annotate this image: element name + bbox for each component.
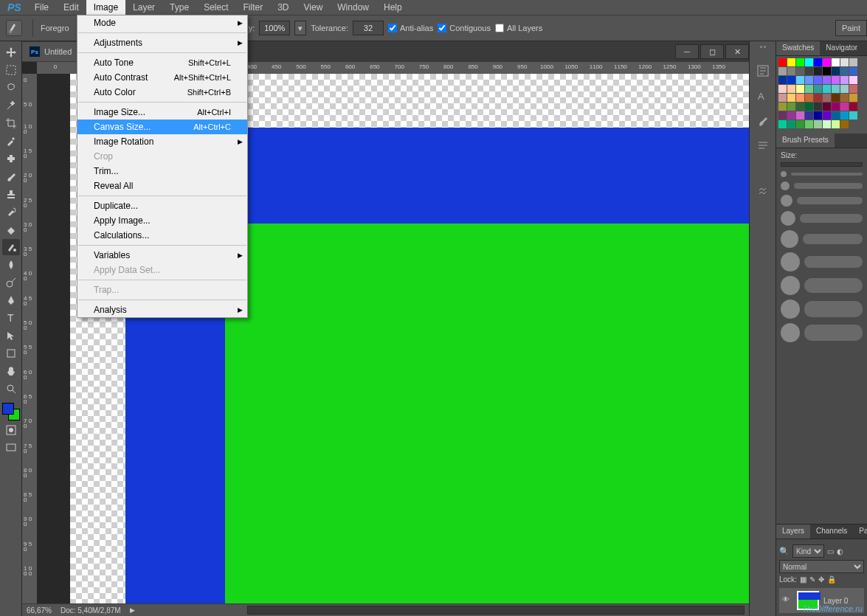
swatch-color[interactable] [840, 94, 849, 102]
swatch-color[interactable] [832, 94, 840, 102]
swatch-color[interactable] [840, 67, 849, 75]
lasso-tool-icon[interactable] [2, 80, 20, 96]
swatch-color[interactable] [787, 58, 795, 66]
panel-grip-icon[interactable] [752, 46, 774, 52]
swatch-color[interactable] [849, 85, 857, 93]
brush-tool-icon[interactable] [2, 168, 20, 184]
swatch-color[interactable] [778, 58, 787, 66]
crop-tool-icon[interactable] [2, 115, 20, 131]
bucket-tool-icon[interactable] [2, 239, 20, 255]
swatch-color[interactable] [805, 76, 813, 84]
swatch-color[interactable] [796, 85, 804, 93]
horizontal-scrollbar[interactable] [247, 606, 745, 615]
menu-type[interactable]: Type [162, 0, 196, 15]
swatch-color[interactable] [787, 85, 795, 93]
brush-preset-row[interactable] [781, 211, 863, 226]
swatch-color[interactable] [805, 85, 813, 93]
alllayers-checkbox[interactable] [495, 24, 504, 32]
swatch-color[interactable] [823, 76, 831, 84]
swatch-color[interactable] [849, 103, 857, 111]
swatch-color[interactable] [778, 120, 787, 128]
document-tab[interactable]: Ps Untitled [22, 42, 79, 61]
swatch-color[interactable] [849, 111, 857, 120]
shape-tool-icon[interactable] [2, 345, 20, 361]
lock-all-icon[interactable]: 🔒 [827, 575, 836, 584]
brush-preset-row[interactable] [781, 195, 863, 207]
swatch-color[interactable] [840, 120, 849, 128]
swatches-tab[interactable]: Swatches [776, 41, 820, 55]
menu-item-canvas-size[interactable]: Canvas Size...Alt+Ctrl+C [77, 120, 247, 134]
channels-tab[interactable]: Channels [810, 525, 853, 539]
paint-button[interactable]: Paint [835, 20, 867, 36]
menu-item-image-size[interactable]: Image Size...Alt+Ctrl+I [77, 105, 247, 120]
menu-item-auto-color[interactable]: Auto ColorShift+Ctrl+B [77, 85, 247, 100]
swatch-color[interactable] [778, 67, 787, 75]
menu-filter[interactable]: Filter [235, 0, 270, 15]
screenmode-icon[interactable] [2, 440, 20, 456]
doc-status[interactable]: Doc: 5,40M/2,87M [61, 606, 121, 615]
menu-edit[interactable]: Edit [56, 0, 86, 15]
pen-tool-icon[interactable] [2, 292, 20, 308]
swatch-color[interactable] [787, 111, 795, 120]
swatch-color[interactable] [805, 111, 813, 120]
swatch-color[interactable] [823, 58, 831, 66]
visibility-icon[interactable]: 👁 [782, 595, 792, 606]
eyedropper-tool-icon[interactable] [2, 133, 20, 149]
swatch-color[interactable] [840, 103, 849, 111]
filter-img-icon[interactable]: ▭ [827, 547, 834, 556]
swatch-color[interactable] [796, 120, 804, 128]
maximize-button[interactable]: ◻ [700, 44, 724, 59]
swatch-color[interactable] [849, 94, 857, 102]
swatch-color[interactable] [832, 76, 840, 84]
quickmask-icon[interactable] [2, 422, 20, 438]
menu-3d[interactable]: 3D [270, 0, 296, 15]
paths-tab[interactable]: Path [853, 525, 867, 539]
history-panel-icon[interactable] [754, 62, 772, 80]
brush-preset-row[interactable] [781, 276, 863, 295]
brush-preset-row[interactable] [781, 181, 863, 190]
swatch-color[interactable] [814, 67, 822, 75]
brush-presets-tab[interactable]: Brush Presets [776, 134, 835, 148]
swatch-color[interactable] [832, 111, 840, 120]
swatch-color[interactable] [832, 67, 840, 75]
close-button[interactable]: ✕ [725, 44, 749, 59]
swatch-color[interactable] [840, 85, 849, 93]
swatch-color[interactable] [849, 58, 857, 66]
menu-image[interactable]: Image [86, 0, 125, 15]
eraser-tool-icon[interactable] [2, 221, 20, 238]
swatch-color[interactable] [796, 76, 804, 84]
menu-item-calculations[interactable]: Calculations... [77, 228, 247, 243]
menu-select[interactable]: Select [196, 0, 235, 15]
swatch-color[interactable] [778, 111, 787, 120]
properties-panel-icon[interactable] [754, 181, 772, 199]
swatch-color[interactable] [787, 120, 795, 128]
character-panel-icon[interactable]: A [754, 87, 772, 105]
swatch-color[interactable] [805, 120, 813, 128]
swatch-color[interactable] [840, 76, 849, 84]
menu-item-apply-image[interactable]: Apply Image... [77, 213, 247, 228]
swatch-color[interactable] [832, 120, 840, 128]
lock-pixels-icon[interactable]: ▦ [800, 575, 806, 584]
menu-file[interactable]: File [27, 0, 56, 15]
navigator-tab[interactable]: Navigator [820, 41, 863, 55]
swatch-color[interactable] [805, 94, 813, 102]
menu-item-reveal-all[interactable]: Reveal All [77, 179, 247, 193]
menu-item-mode[interactable]: Mode▶ [77, 15, 247, 30]
menu-item-adjustments[interactable]: Adjustments▶ [77, 35, 247, 50]
swatch-color[interactable] [796, 94, 804, 102]
swatch-color[interactable] [823, 85, 831, 93]
type-tool-icon[interactable]: T [2, 310, 20, 326]
layers-tab[interactable]: Layers [776, 525, 810, 539]
menu-window[interactable]: Window [330, 0, 376, 15]
swatch-color[interactable] [814, 111, 822, 120]
swatch-color[interactable] [823, 94, 831, 102]
layer-name[interactable]: Layer 0 [823, 597, 848, 605]
minimize-button[interactable]: ─ [675, 44, 699, 59]
swatch-color[interactable] [832, 103, 840, 111]
swatch-color[interactable] [778, 103, 787, 111]
swatch-color[interactable] [796, 103, 804, 111]
zoom-tool-icon[interactable] [2, 381, 20, 397]
brush-preset-row[interactable] [781, 252, 863, 271]
current-tool-icon[interactable] [6, 20, 22, 36]
menu-item-duplicate[interactable]: Duplicate... [77, 198, 247, 213]
